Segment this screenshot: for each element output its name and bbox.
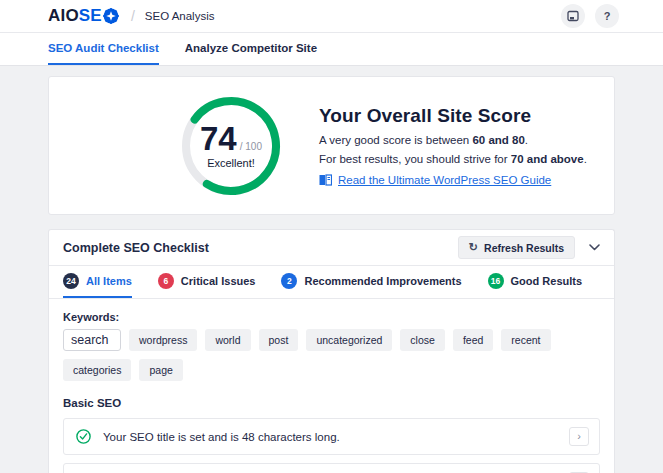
seo-checklist-card: Complete SEO Checklist ↻ Refresh Results… xyxy=(48,229,615,473)
checklist-item[interactable]: Your meta description is set and is 27 c… xyxy=(63,463,600,473)
checklist-items: Your SEO title is set and is 48 characte… xyxy=(63,418,600,473)
filter-tab[interactable]: 24 All Items xyxy=(63,266,132,298)
help-icon[interactable]: ? xyxy=(595,4,619,28)
breadcrumb-separator: / xyxy=(131,8,135,24)
filter-tabs: 24 All Items 6 Critical Issues 2 Recomme… xyxy=(49,266,614,299)
filter-tab[interactable]: 2 Recommended Improvements xyxy=(281,266,461,298)
refresh-results-button[interactable]: ↻ Refresh Results xyxy=(458,236,575,259)
score-desc-line2: For best results, you should strive for … xyxy=(319,153,587,165)
breadcrumb: SEO Analysis xyxy=(145,10,215,22)
score-rating: Excellent! xyxy=(207,157,255,169)
filter-label: All Items xyxy=(86,275,132,287)
count-badge: 6 xyxy=(158,273,174,289)
keyword-tag[interactable]: world xyxy=(205,329,250,351)
tab-analyze-competitor-site[interactable]: Analyze Competitor Site xyxy=(185,33,317,65)
keyword-tag[interactable]: recent xyxy=(501,329,550,351)
score-card-title: Your Overall Site Score xyxy=(319,105,587,127)
keyword-tag[interactable]: uncategorized xyxy=(306,329,392,351)
filter-label: Recommended Improvements xyxy=(304,275,461,287)
top-header: AIOSE / SEO Analysis ? xyxy=(0,0,663,33)
collapse-chevron-icon[interactable] xyxy=(589,244,600,251)
filter-tab[interactable]: 16 Good Results xyxy=(488,266,583,298)
filter-tab[interactable]: 6 Critical Issues xyxy=(158,266,256,298)
item-expand-arrow-icon[interactable]: › xyxy=(569,427,589,446)
seo-guide-link[interactable]: Read the Ultimate WordPress SEO Guide xyxy=(338,174,551,186)
keyword-tag[interactable]: close xyxy=(400,329,445,351)
score-ring: 74 / 100 Excellent! xyxy=(181,96,281,196)
keyword-tag[interactable]: post xyxy=(259,329,299,351)
keyword-tag[interactable]: page xyxy=(139,359,182,381)
section-title-basic-seo: Basic SEO xyxy=(63,397,600,409)
logo-text-aio: AIO xyxy=(48,6,79,26)
count-badge: 2 xyxy=(281,273,297,289)
keyword-search-input[interactable] xyxy=(63,329,121,351)
score-desc-line1: A very good score is between 60 and 80. xyxy=(319,134,587,146)
refresh-icon: ↻ xyxy=(469,241,478,254)
logo-gear-icon xyxy=(103,8,119,24)
filter-label: Good Results xyxy=(511,275,583,287)
overall-score-card: 74 / 100 Excellent! Your Overall Site Sc… xyxy=(48,76,615,215)
tab-seo-audit-checklist[interactable]: SEO Audit Checklist xyxy=(48,33,159,65)
filter-label: Critical Issues xyxy=(181,275,256,287)
count-badge: 16 xyxy=(488,273,504,289)
checklist-item-text: Your SEO title is set and is 48 characte… xyxy=(103,431,340,443)
score-max: / 100 xyxy=(240,141,262,152)
book-icon xyxy=(319,174,332,186)
main-tab-bar: SEO Audit Checklist Analyze Competitor S… xyxy=(0,33,663,66)
checklist-item[interactable]: Your SEO title is set and is 48 characte… xyxy=(63,418,600,455)
notifications-window-icon[interactable] xyxy=(561,4,585,28)
checklist-title: Complete SEO Checklist xyxy=(63,241,209,255)
aioseo-logo[interactable]: AIOSE xyxy=(48,6,119,26)
count-badge: 24 xyxy=(63,273,79,289)
check-circle-icon xyxy=(76,429,91,444)
keywords-row: wordpressworldpostuncategorizedclosefeed… xyxy=(63,329,600,381)
keyword-tag[interactable]: feed xyxy=(453,329,493,351)
logo-text-se: SE xyxy=(79,6,102,26)
keyword-tag[interactable]: wordpress xyxy=(129,329,197,351)
keywords-label: Keywords: xyxy=(63,311,600,323)
score-value: 74 xyxy=(200,122,237,155)
keyword-tag[interactable]: categories xyxy=(63,359,131,381)
